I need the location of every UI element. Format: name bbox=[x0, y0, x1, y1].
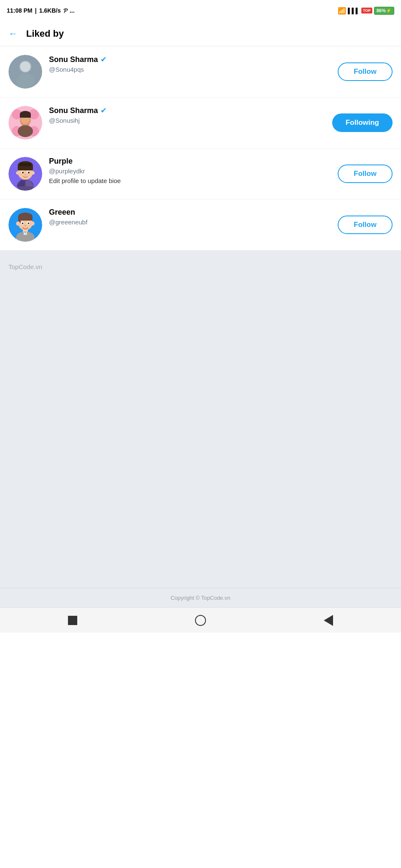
user-handle: @Sonusihj bbox=[49, 117, 325, 124]
following-button[interactable]: Following bbox=[332, 113, 393, 132]
nav-bar bbox=[0, 607, 401, 633]
svg-point-40 bbox=[22, 223, 23, 224]
status-bar: 11:08 PM | 1.6KB/s 𝓟 ... 📶 ▌▌▌ TOP 86%⚡ bbox=[0, 0, 401, 21]
status-speed: | bbox=[35, 7, 37, 14]
user-name: Sonu Sharma bbox=[49, 106, 98, 115]
list-item: Purple @purpleydkr Edit profile to updat… bbox=[0, 148, 401, 199]
user-handle: @greeeneubf bbox=[49, 218, 331, 226]
svg-rect-15 bbox=[20, 113, 31, 118]
user-info: Purple @purpleydkr Edit profile to updat… bbox=[49, 157, 331, 184]
user-name-row: Sonu Sharma ✔ bbox=[49, 55, 331, 64]
svg-point-3 bbox=[20, 62, 30, 72]
status-bar-left: 11:08 PM | 1.6KB/s 𝓟 ... bbox=[7, 7, 75, 14]
avatar bbox=[8, 55, 42, 89]
verified-badge: ✔ bbox=[100, 106, 107, 115]
svg-rect-20 bbox=[19, 163, 31, 166]
nav-square-button[interactable] bbox=[66, 614, 79, 627]
follow-button[interactable]: Follow bbox=[338, 62, 393, 81]
svg-point-42 bbox=[24, 225, 27, 226]
nav-home-button[interactable] bbox=[194, 614, 207, 627]
verified-badge: ✔ bbox=[100, 55, 107, 64]
user-bio: Edit profile to update bioe bbox=[49, 177, 331, 184]
svg-point-43 bbox=[16, 221, 20, 226]
user-name-row: Sonu Sharma ✔ bbox=[49, 106, 325, 115]
wifi-icon: 📶 bbox=[338, 7, 346, 15]
svg-point-2 bbox=[16, 73, 35, 89]
gray-area: TopCode.vn bbox=[0, 251, 401, 588]
user-name-row: Greeen bbox=[49, 208, 331, 217]
user-handle: @Sonu4pqs bbox=[49, 66, 331, 73]
svg-point-12 bbox=[18, 125, 33, 137]
page-header: ← Liked by bbox=[0, 21, 401, 46]
svg-point-24 bbox=[28, 172, 30, 173]
status-dots: ... bbox=[70, 7, 75, 14]
back-button[interactable]: ← bbox=[8, 29, 18, 38]
copyright-text: Copyright © TopCode.vn bbox=[171, 595, 230, 601]
user-list: Sonu Sharma ✔ @Sonu4pqs Follow bbox=[0, 46, 401, 251]
signal-bars-icon: ▌▌▌ bbox=[348, 8, 360, 14]
topcode-logo-badge: TOP bbox=[361, 8, 372, 13]
battery-badge: 86%⚡ bbox=[374, 7, 394, 15]
watermark: TopCode.vn bbox=[8, 263, 42, 270]
page-title: Liked by bbox=[26, 28, 64, 39]
user-handle: @purpleydkr bbox=[49, 167, 331, 175]
avatar bbox=[8, 208, 42, 242]
svg-point-41 bbox=[28, 223, 29, 224]
nav-square-icon bbox=[68, 616, 77, 625]
status-icon-p: 𝓟 bbox=[63, 7, 67, 14]
user-name: Purple bbox=[49, 157, 73, 166]
nav-circle-icon bbox=[195, 615, 206, 626]
follow-button[interactable]: Follow bbox=[338, 164, 393, 183]
user-info: Sonu Sharma ✔ @Sonusihj bbox=[49, 106, 325, 127]
svg-point-25 bbox=[24, 174, 26, 175]
status-time: 11:08 PM bbox=[7, 7, 33, 14]
user-info: Greeen @greeeneubf bbox=[49, 208, 331, 228]
avatar bbox=[8, 106, 42, 140]
svg-point-27 bbox=[31, 171, 35, 175]
list-item: Greeen @greeeneubf Follow bbox=[0, 199, 401, 251]
copyright-footer: Copyright © TopCode.vn bbox=[0, 588, 401, 607]
user-name: Sonu Sharma bbox=[49, 55, 98, 64]
svg-point-44 bbox=[30, 221, 35, 226]
user-info: Sonu Sharma ✔ @Sonu4pqs bbox=[49, 55, 331, 75]
user-name-row: Purple bbox=[49, 157, 331, 166]
follow-button[interactable]: Follow bbox=[338, 216, 393, 234]
list-item: Sonu Sharma ✔ @Sonusihj Following bbox=[0, 97, 401, 148]
svg-point-26 bbox=[16, 171, 19, 175]
status-bar-right: 📶 ▌▌▌ TOP 86%⚡ bbox=[338, 7, 394, 15]
avatar bbox=[8, 157, 42, 191]
status-network-speed: 1.6KB/s bbox=[39, 7, 61, 14]
nav-triangle-icon bbox=[324, 615, 333, 626]
svg-point-23 bbox=[22, 172, 24, 173]
list-item: Sonu Sharma ✔ @Sonu4pqs Follow bbox=[0, 46, 401, 97]
nav-back-button[interactable] bbox=[322, 614, 335, 627]
user-name: Greeen bbox=[49, 208, 75, 217]
